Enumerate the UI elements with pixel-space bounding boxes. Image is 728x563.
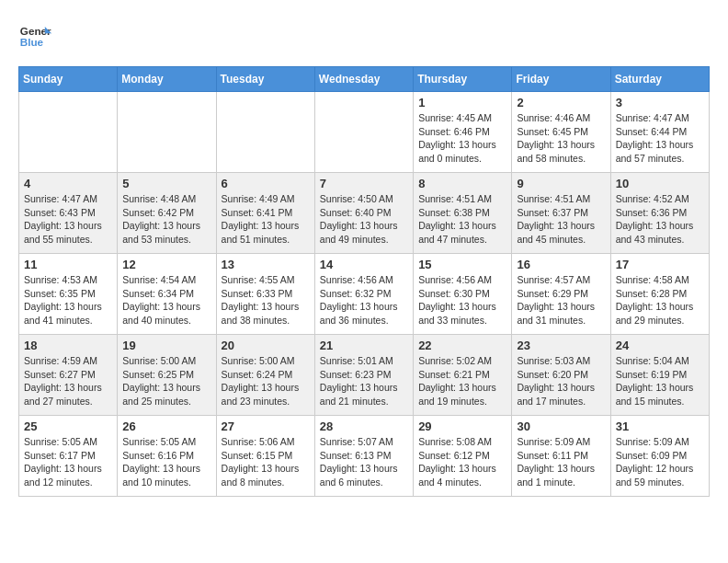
day-info: Sunrise: 5:00 AM Sunset: 6:24 PM Dayligh… <box>222 354 310 408</box>
day-info: Sunrise: 4:51 AM Sunset: 6:37 PM Dayligh… <box>517 192 605 247</box>
day-number: 8 <box>418 177 506 190</box>
day-number: 29 <box>418 419 506 433</box>
calendar-week-row: 11Sunrise: 4:53 AM Sunset: 6:35 PM Dayli… <box>19 254 710 335</box>
calendar-cell: 26Sunrise: 5:05 AM Sunset: 6:16 PM Dayli… <box>118 416 216 497</box>
day-info: Sunrise: 4:51 AM Sunset: 6:38 PM Dayligh… <box>418 192 506 247</box>
day-number: 28 <box>320 419 408 433</box>
day-info: Sunrise: 4:56 AM Sunset: 6:30 PM Dayligh… <box>418 273 506 327</box>
day-of-week-friday: Friday <box>512 67 610 92</box>
day-number: 19 <box>122 339 210 352</box>
day-number: 30 <box>517 419 605 433</box>
day-number: 18 <box>24 339 112 352</box>
day-of-week-monday: Monday <box>118 67 216 92</box>
calendar-cell: 31Sunrise: 5:09 AM Sunset: 6:09 PM Dayli… <box>610 416 709 497</box>
page-header: General Blue <box>18 18 710 52</box>
day-info: Sunrise: 4:49 AM Sunset: 6:41 PM Dayligh… <box>222 192 310 247</box>
day-number: 24 <box>616 339 704 352</box>
calendar-cell <box>19 92 118 173</box>
day-info: Sunrise: 4:55 AM Sunset: 6:33 PM Dayligh… <box>222 273 310 327</box>
calendar-cell: 27Sunrise: 5:06 AM Sunset: 6:15 PM Dayli… <box>216 416 314 497</box>
calendar-cell: 8Sunrise: 4:51 AM Sunset: 6:38 PM Daylig… <box>414 173 512 254</box>
calendar-cell: 14Sunrise: 4:56 AM Sunset: 6:32 PM Dayli… <box>314 254 413 335</box>
calendar-cell: 5Sunrise: 4:48 AM Sunset: 6:42 PM Daylig… <box>118 173 216 254</box>
day-info: Sunrise: 5:04 AM Sunset: 6:19 PM Dayligh… <box>616 354 704 408</box>
day-number: 31 <box>616 419 704 433</box>
day-info: Sunrise: 5:01 AM Sunset: 6:23 PM Dayligh… <box>320 354 408 408</box>
day-of-week-saturday: Saturday <box>610 67 709 92</box>
calendar-week-row: 4Sunrise: 4:47 AM Sunset: 6:43 PM Daylig… <box>19 173 710 254</box>
day-info: Sunrise: 4:45 AM Sunset: 6:46 PM Dayligh… <box>418 111 506 166</box>
calendar-week-row: 1Sunrise: 4:45 AM Sunset: 6:46 PM Daylig… <box>19 92 710 173</box>
day-number: 3 <box>616 96 704 109</box>
day-number: 14 <box>320 258 408 271</box>
day-info: Sunrise: 5:05 AM Sunset: 6:17 PM Dayligh… <box>24 435 112 489</box>
calendar-cell: 7Sunrise: 4:50 AM Sunset: 6:40 PM Daylig… <box>314 173 413 254</box>
day-number: 7 <box>320 177 408 190</box>
day-number: 26 <box>122 419 210 433</box>
calendar-cell: 22Sunrise: 5:02 AM Sunset: 6:21 PM Dayli… <box>414 335 512 416</box>
calendar-cell <box>314 92 413 173</box>
day-info: Sunrise: 4:53 AM Sunset: 6:35 PM Dayligh… <box>24 273 112 327</box>
day-info: Sunrise: 5:03 AM Sunset: 6:20 PM Dayligh… <box>517 354 605 408</box>
calendar-cell: 24Sunrise: 5:04 AM Sunset: 6:19 PM Dayli… <box>610 335 709 416</box>
logo: General Blue <box>18 18 57 52</box>
calendar-cell: 29Sunrise: 5:08 AM Sunset: 6:12 PM Dayli… <box>414 416 512 497</box>
day-number: 4 <box>24 177 112 190</box>
day-info: Sunrise: 4:52 AM Sunset: 6:36 PM Dayligh… <box>616 192 704 247</box>
day-number: 6 <box>222 177 310 190</box>
calendar-cell: 4Sunrise: 4:47 AM Sunset: 6:43 PM Daylig… <box>19 173 118 254</box>
day-info: Sunrise: 4:57 AM Sunset: 6:29 PM Dayligh… <box>517 273 605 327</box>
calendar-cell: 20Sunrise: 5:00 AM Sunset: 6:24 PM Dayli… <box>216 335 314 416</box>
day-info: Sunrise: 4:56 AM Sunset: 6:32 PM Dayligh… <box>320 273 408 327</box>
calendar: SundayMondayTuesdayWednesdayThursdayFrid… <box>18 66 710 497</box>
logo-icon: General Blue <box>18 18 51 52</box>
day-number: 10 <box>616 177 704 190</box>
day-info: Sunrise: 5:08 AM Sunset: 6:12 PM Dayligh… <box>418 435 506 489</box>
calendar-cell: 17Sunrise: 4:58 AM Sunset: 6:28 PM Dayli… <box>610 254 709 335</box>
calendar-cell: 28Sunrise: 5:07 AM Sunset: 6:13 PM Dayli… <box>314 416 413 497</box>
day-number: 21 <box>320 339 408 352</box>
day-of-week-sunday: Sunday <box>19 67 118 92</box>
calendar-cell: 10Sunrise: 4:52 AM Sunset: 6:36 PM Dayli… <box>610 173 709 254</box>
day-number: 9 <box>517 177 605 190</box>
day-number: 12 <box>122 258 210 271</box>
day-info: Sunrise: 4:47 AM Sunset: 6:43 PM Dayligh… <box>24 192 112 247</box>
day-info: Sunrise: 5:02 AM Sunset: 6:21 PM Dayligh… <box>418 354 506 408</box>
calendar-cell: 30Sunrise: 5:09 AM Sunset: 6:11 PM Dayli… <box>512 416 610 497</box>
day-number: 20 <box>222 339 310 352</box>
calendar-cell <box>216 92 314 173</box>
calendar-cell: 11Sunrise: 4:53 AM Sunset: 6:35 PM Dayli… <box>19 254 118 335</box>
day-number: 22 <box>418 339 506 352</box>
day-info: Sunrise: 4:50 AM Sunset: 6:40 PM Dayligh… <box>320 192 408 247</box>
calendar-cell: 19Sunrise: 5:00 AM Sunset: 6:25 PM Dayli… <box>118 335 216 416</box>
calendar-header-row: SundayMondayTuesdayWednesdayThursdayFrid… <box>19 67 710 92</box>
day-info: Sunrise: 4:48 AM Sunset: 6:42 PM Dayligh… <box>122 192 210 247</box>
day-info: Sunrise: 4:54 AM Sunset: 6:34 PM Dayligh… <box>122 273 210 327</box>
day-info: Sunrise: 5:09 AM Sunset: 6:09 PM Dayligh… <box>616 435 704 489</box>
day-info: Sunrise: 5:05 AM Sunset: 6:16 PM Dayligh… <box>122 435 210 489</box>
day-number: 1 <box>418 96 506 109</box>
calendar-cell: 2Sunrise: 4:46 AM Sunset: 6:45 PM Daylig… <box>512 92 610 173</box>
calendar-cell: 15Sunrise: 4:56 AM Sunset: 6:30 PM Dayli… <box>414 254 512 335</box>
calendar-cell: 12Sunrise: 4:54 AM Sunset: 6:34 PM Dayli… <box>118 254 216 335</box>
day-info: Sunrise: 4:59 AM Sunset: 6:27 PM Dayligh… <box>24 354 112 408</box>
day-info: Sunrise: 5:06 AM Sunset: 6:15 PM Dayligh… <box>222 435 310 489</box>
calendar-cell <box>118 92 216 173</box>
day-number: 2 <box>517 96 605 109</box>
calendar-cell: 21Sunrise: 5:01 AM Sunset: 6:23 PM Dayli… <box>314 335 413 416</box>
day-of-week-tuesday: Tuesday <box>216 67 314 92</box>
day-of-week-wednesday: Wednesday <box>314 67 413 92</box>
day-info: Sunrise: 4:47 AM Sunset: 6:44 PM Dayligh… <box>616 111 704 166</box>
calendar-week-row: 18Sunrise: 4:59 AM Sunset: 6:27 PM Dayli… <box>19 335 710 416</box>
day-of-week-thursday: Thursday <box>414 67 512 92</box>
day-number: 27 <box>222 419 310 433</box>
day-info: Sunrise: 4:58 AM Sunset: 6:28 PM Dayligh… <box>616 273 704 327</box>
day-number: 13 <box>222 258 310 271</box>
calendar-cell: 3Sunrise: 4:47 AM Sunset: 6:44 PM Daylig… <box>610 92 709 173</box>
day-info: Sunrise: 4:46 AM Sunset: 6:45 PM Dayligh… <box>517 111 605 166</box>
calendar-cell: 16Sunrise: 4:57 AM Sunset: 6:29 PM Dayli… <box>512 254 610 335</box>
day-info: Sunrise: 5:07 AM Sunset: 6:13 PM Dayligh… <box>320 435 408 489</box>
day-number: 15 <box>418 258 506 271</box>
calendar-cell: 13Sunrise: 4:55 AM Sunset: 6:33 PM Dayli… <box>216 254 314 335</box>
day-info: Sunrise: 5:09 AM Sunset: 6:11 PM Dayligh… <box>517 435 605 489</box>
